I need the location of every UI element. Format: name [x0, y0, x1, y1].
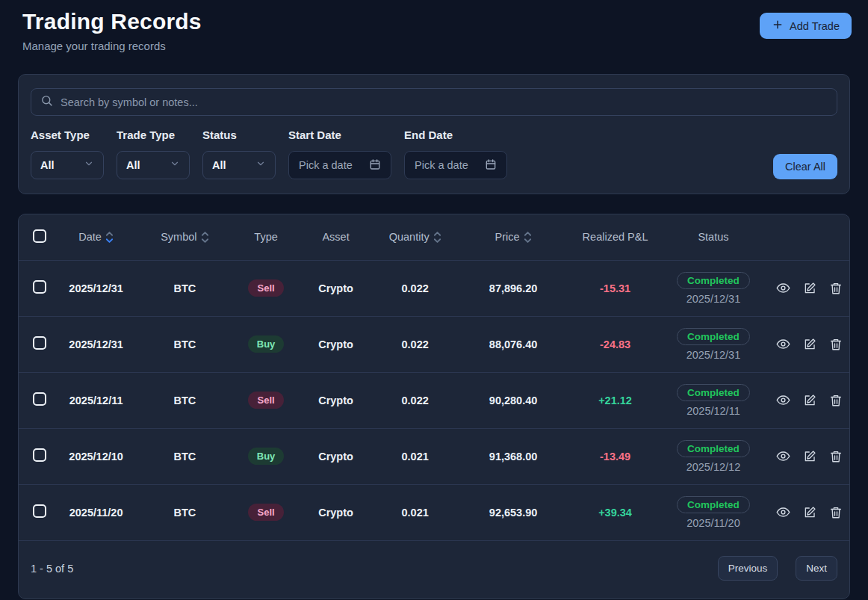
view-button[interactable] — [775, 448, 792, 465]
row-checkbox[interactable] — [33, 280, 46, 294]
trade-price: 91,368.00 — [453, 428, 574, 484]
trade-quantity: 0.021 — [377, 484, 453, 540]
clear-all-button[interactable]: Clear All — [773, 154, 837, 179]
delete-button[interactable] — [828, 392, 844, 409]
trade-date: 2025/12/31 — [61, 316, 132, 372]
row-checkbox[interactable] — [33, 336, 46, 350]
trade-price: 88,076.40 — [453, 316, 574, 372]
table-row: 2025/12/31 BTC Buy Crypto 0.022 88,076.4… — [19, 316, 849, 372]
start-date-label: Start Date — [288, 129, 391, 141]
asset-type-select[interactable]: All — [31, 151, 104, 179]
end-date-picker[interactable]: Pick a date — [404, 151, 507, 179]
chevron-down-icon — [255, 158, 266, 172]
delete-button[interactable] — [828, 336, 844, 353]
column-header-symbol[interactable]: Symbol — [161, 231, 208, 244]
trash-icon — [829, 454, 843, 466]
column-header-actions — [770, 214, 849, 260]
status-badge: Completed — [677, 328, 750, 345]
view-button[interactable] — [775, 504, 792, 521]
column-header-price[interactable]: Price — [495, 231, 532, 244]
trade-date: 2025/12/31 — [61, 260, 132, 316]
status-date: 2025/11/20 — [686, 517, 740, 529]
trade-quantity: 0.022 — [377, 260, 453, 316]
trade-asset: Crypto — [294, 316, 377, 372]
previous-page-button[interactable]: Previous — [718, 556, 778, 581]
trade-symbol: BTC — [132, 484, 238, 540]
status-badge: Completed — [677, 272, 750, 289]
delete-button[interactable] — [828, 504, 844, 521]
trade-price: 87,896.20 — [453, 260, 574, 316]
chevron-down-icon — [170, 158, 180, 172]
sort-icon — [201, 231, 209, 244]
column-header-quantity[interactable]: Quantity — [389, 231, 441, 244]
start-date-picker[interactable]: Pick a date — [288, 151, 391, 179]
edit-icon — [803, 398, 816, 409]
column-header-asset: Asset — [294, 214, 377, 260]
column-header-type: Type — [238, 214, 294, 260]
trade-type-label: Trade Type — [117, 129, 190, 141]
edit-button[interactable] — [802, 448, 818, 465]
asset-type-value: All — [40, 159, 55, 171]
edit-button[interactable] — [802, 336, 818, 353]
search-input[interactable] — [61, 96, 828, 108]
trade-quantity: 0.022 — [377, 372, 453, 428]
trade-type-filter: Trade Type All — [117, 129, 190, 179]
table-header-row: Date Symbol Type Asset Quantity Price R — [19, 214, 849, 260]
trade-price: 92,653.90 — [453, 484, 574, 540]
table-row: 2025/12/31 BTC Sell Crypto 0.022 87,896.… — [19, 260, 849, 316]
trade-asset: Crypto — [294, 260, 377, 316]
delete-button[interactable] — [828, 280, 844, 297]
next-page-button[interactable]: Next — [796, 556, 837, 581]
status-select[interactable]: All — [202, 151, 276, 179]
trade-date: 2025/11/20 — [61, 484, 132, 540]
table-row: 2025/12/11 BTC Sell Crypto 0.022 90,280.… — [19, 372, 849, 428]
status-value: All — [212, 159, 226, 171]
trade-pnl: +21.12 — [574, 372, 657, 428]
add-trade-label: Add Trade — [790, 20, 840, 32]
trade-symbol: BTC — [132, 260, 238, 316]
add-trade-button[interactable]: Add Trade — [760, 13, 852, 39]
edit-button[interactable] — [802, 504, 818, 521]
trade-quantity: 0.021 — [377, 428, 453, 484]
view-button[interactable] — [775, 392, 792, 409]
trade-symbol: BTC — [132, 316, 238, 372]
edit-button[interactable] — [802, 280, 818, 297]
eye-icon — [776, 510, 790, 522]
trades-table: Date Symbol Type Asset Quantity Price R — [19, 214, 849, 540]
view-button[interactable] — [775, 279, 792, 297]
eye-icon — [776, 286, 790, 297]
edit-icon — [803, 342, 816, 353]
end-date-filter: End Date Pick a date — [404, 129, 507, 179]
status-badge: Completed — [677, 496, 750, 513]
trade-type-select[interactable]: All — [117, 151, 190, 179]
row-checkbox[interactable] — [33, 392, 46, 406]
trade-pnl: +39.34 — [574, 484, 657, 540]
trade-date: 2025/12/10 — [61, 428, 132, 484]
trade-date: 2025/12/11 — [61, 372, 132, 428]
asset-type-filter: Asset Type All — [31, 129, 104, 179]
row-checkbox[interactable] — [33, 448, 46, 462]
trade-type-value: All — [126, 159, 140, 171]
table-row: 2025/11/20 BTC Sell Crypto 0.021 92,653.… — [19, 484, 849, 540]
page-title: Trading Records — [22, 9, 202, 34]
view-button[interactable] — [775, 335, 792, 353]
calendar-icon — [485, 158, 497, 173]
trash-icon — [829, 342, 843, 353]
select-all-checkbox[interactable] — [33, 229, 46, 243]
column-header-date[interactable]: Date — [78, 231, 114, 244]
trash-icon — [829, 286, 843, 297]
chevron-down-icon — [84, 158, 94, 172]
status-date: 2025/12/31 — [686, 293, 741, 305]
column-header-pnl: Realized P&L — [574, 214, 657, 260]
edit-button[interactable] — [802, 392, 818, 409]
search-box — [31, 88, 837, 116]
sort-icon — [105, 231, 114, 244]
delete-button[interactable] — [828, 448, 844, 465]
trade-asset: Crypto — [294, 484, 377, 540]
page-header: Trading Records Manage your trading reco… — [0, 0, 868, 52]
row-checkbox[interactable] — [33, 504, 46, 518]
title-block: Trading Records Manage your trading reco… — [22, 9, 202, 52]
trash-icon — [829, 398, 843, 409]
filters-row: Asset Type All Trade Type All Status All — [31, 129, 837, 179]
eye-icon — [776, 398, 790, 409]
